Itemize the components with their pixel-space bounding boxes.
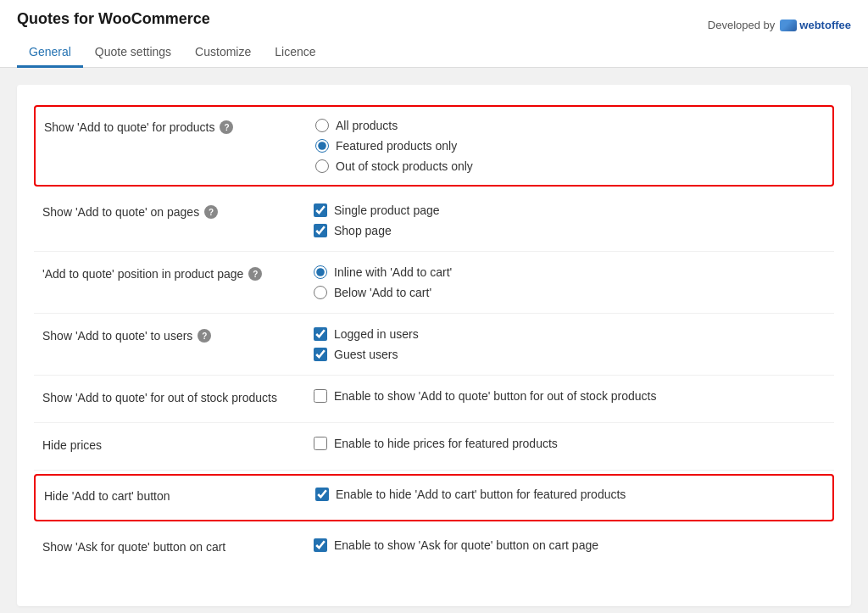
row-label-show-add-to-quote-users: Show 'Add to quote' to users? [42, 327, 314, 343]
help-icon-show-add-to-quote-pages[interactable]: ? [204, 205, 218, 219]
enable-out-of-stock-item[interactable]: Enable to show 'Add to quote' button for… [314, 389, 826, 403]
row-label-show-add-to-quote-out-of-stock: Show 'Add to quote' for out of stock pro… [42, 389, 314, 404]
all-products-label: All products [336, 119, 398, 132]
guest-users-label: Guest users [334, 348, 398, 361]
label-text-show-add-to-quote-products: Show 'Add to quote' for products [44, 120, 214, 134]
enable-ask-for-quote-cart-input[interactable] [314, 538, 327, 552]
featured-products-label: Featured products only [336, 139, 457, 153]
inline-with-add-to-cart-input[interactable] [314, 265, 327, 279]
row-controls-show-add-to-quote-pages: Single product pageShop page [314, 203, 826, 237]
tab-nav: GeneralQuote settingsCustomizeLicence [17, 38, 328, 67]
row-controls-show-add-to-quote-users: Logged in usersGuest users [314, 327, 826, 361]
header: Quotes for WooCommerce GeneralQuote sett… [0, 0, 868, 68]
row-label-hide-prices: Hide prices [42, 437, 314, 452]
row-label-hide-add-to-cart-button: Hide 'Add to cart' button [44, 488, 315, 503]
below-add-to-cart-label: Below 'Add to cart' [334, 286, 431, 299]
row-controls-show-ask-for-quote-cart: Enable to show 'Ask for quote' button on… [314, 538, 826, 552]
enable-hide-prices-item[interactable]: Enable to hide prices for featured produ… [314, 437, 826, 450]
settings-row-show-add-to-quote-out-of-stock: Show 'Add to quote' for out of stock pro… [34, 376, 834, 423]
app-title: Quotes for WooCommerce [17, 10, 328, 28]
checkbox-group-show-add-to-quote-users: Logged in usersGuest users [314, 327, 826, 361]
featured-products-item[interactable]: Featured products only [315, 139, 824, 153]
radio-group-add-to-quote-position: Inline with 'Add to cart'Below 'Add to c… [314, 265, 826, 299]
row-controls-show-add-to-quote-products: All productsFeatured products onlyOut of… [315, 119, 824, 173]
label-text-hide-prices: Hide prices [42, 438, 102, 452]
all-products-item[interactable]: All products [315, 119, 824, 132]
enable-hide-add-to-cart-label: Enable to hide 'Add to cart' button for … [336, 488, 626, 501]
settings-row-hide-add-to-cart-button: Hide 'Add to cart' buttonEnable to hide … [34, 474, 834, 521]
checkbox-group-show-add-to-quote-pages: Single product pageShop page [314, 203, 826, 237]
below-add-to-cart-input[interactable] [314, 286, 327, 299]
tab-licence[interactable]: Licence [263, 38, 327, 68]
developed-by-text: Developed by [708, 19, 776, 31]
checkbox-group-show-add-to-quote-out-of-stock: Enable to show 'Add to quote' button for… [314, 389, 826, 403]
enable-out-of-stock-label: Enable to show 'Add to quote' button for… [334, 389, 656, 403]
logged-in-users-item[interactable]: Logged in users [314, 327, 826, 341]
enable-ask-for-quote-cart-label: Enable to show 'Ask for quote' button on… [334, 538, 598, 552]
out-of-stock-products-label: Out of stock products only [336, 159, 473, 173]
enable-hide-add-to-cart-input[interactable] [315, 488, 329, 501]
settings-row-add-to-quote-position: 'Add to quote' position in product page?… [34, 252, 834, 314]
row-controls-show-add-to-quote-out-of-stock: Enable to show 'Add to quote' button for… [314, 389, 826, 403]
help-icon-show-add-to-quote-products[interactable]: ? [220, 120, 233, 134]
radio-group-show-add-to-quote-products: All productsFeatured products onlyOut of… [315, 119, 824, 173]
shop-page-label: Shop page [334, 224, 392, 237]
settings-content: Show 'Add to quote' for products?All pro… [17, 85, 851, 606]
single-product-page-label: Single product page [334, 203, 440, 217]
settings-row-show-add-to-quote-users: Show 'Add to quote' to users?Logged in u… [34, 314, 834, 376]
logo-text: webtoffee [799, 19, 851, 31]
checkbox-group-show-ask-for-quote-cart: Enable to show 'Ask for quote' button on… [314, 538, 826, 552]
logged-in-users-input[interactable] [314, 327, 327, 341]
row-label-add-to-quote-position: 'Add to quote' position in product page? [42, 265, 314, 281]
label-text-show-add-to-quote-pages: Show 'Add to quote' on pages [42, 205, 199, 219]
all-products-input[interactable] [315, 119, 329, 132]
tab-general[interactable]: General [17, 38, 83, 68]
inline-with-add-to-cart-label: Inline with 'Add to cart' [334, 265, 452, 279]
checkbox-group-hide-add-to-cart-button: Enable to hide 'Add to cart' button for … [315, 488, 824, 501]
row-label-show-add-to-quote-pages: Show 'Add to quote' on pages? [42, 203, 314, 219]
settings-row-hide-prices: Hide pricesEnable to hide prices for fea… [34, 423, 834, 471]
enable-out-of-stock-input[interactable] [314, 389, 327, 403]
shop-page-input[interactable] [314, 224, 327, 237]
webtoffee-logo: webtoffee [780, 19, 851, 31]
logged-in-users-label: Logged in users [334, 327, 419, 341]
header-left: Quotes for WooCommerce GeneralQuote sett… [17, 10, 328, 67]
below-add-to-cart-item[interactable]: Below 'Add to cart' [314, 286, 826, 299]
inline-with-add-to-cart-item[interactable]: Inline with 'Add to cart' [314, 265, 826, 279]
row-label-show-add-to-quote-products: Show 'Add to quote' for products? [44, 119, 315, 134]
guest-users-item[interactable]: Guest users [314, 348, 826, 361]
enable-ask-for-quote-cart-item[interactable]: Enable to show 'Ask for quote' button on… [314, 538, 826, 552]
label-text-add-to-quote-position: 'Add to quote' position in product page [42, 267, 243, 281]
settings-row-show-add-to-quote-pages: Show 'Add to quote' on pages?Single prod… [34, 190, 834, 252]
row-label-show-ask-for-quote-cart: Show 'Ask for quote' button on cart [42, 538, 314, 554]
enable-hide-prices-input[interactable] [314, 437, 327, 450]
logo-icon [780, 20, 797, 31]
row-controls-hide-prices: Enable to hide prices for featured produ… [314, 437, 826, 450]
label-text-hide-add-to-cart-button: Hide 'Add to cart' button [44, 489, 170, 503]
page-wrapper: Quotes for WooCommerce GeneralQuote sett… [0, 0, 868, 613]
shop-page-item[interactable]: Shop page [314, 224, 826, 237]
help-icon-add-to-quote-position[interactable]: ? [248, 267, 262, 281]
header-right: Developed by webtoffee [708, 10, 851, 31]
out-of-stock-products-item[interactable]: Out of stock products only [315, 159, 824, 173]
featured-products-input[interactable] [315, 139, 329, 153]
guest-users-input[interactable] [314, 348, 327, 361]
row-controls-hide-add-to-cart-button: Enable to hide 'Add to cart' button for … [315, 488, 824, 501]
single-product-page-input[interactable] [314, 203, 327, 217]
settings-row-show-add-to-quote-products: Show 'Add to quote' for products?All pro… [34, 105, 834, 187]
settings-row-show-ask-for-quote-cart: Show 'Ask for quote' button on cartEnabl… [34, 525, 834, 572]
tab-quote-settings[interactable]: Quote settings [83, 38, 183, 68]
tab-customize[interactable]: Customize [183, 38, 263, 68]
label-text-show-add-to-quote-out-of-stock: Show 'Add to quote' for out of stock pro… [42, 391, 277, 404]
row-controls-add-to-quote-position: Inline with 'Add to cart'Below 'Add to c… [314, 265, 826, 299]
enable-hide-add-to-cart-item[interactable]: Enable to hide 'Add to cart' button for … [315, 488, 824, 501]
label-text-show-ask-for-quote-cart: Show 'Ask for quote' button on cart [42, 540, 225, 554]
help-icon-show-add-to-quote-users[interactable]: ? [198, 329, 211, 343]
enable-hide-prices-label: Enable to hide prices for featured produ… [334, 437, 558, 450]
checkbox-group-hide-prices: Enable to hide prices for featured produ… [314, 437, 826, 450]
out-of-stock-products-input[interactable] [315, 159, 329, 173]
single-product-page-item[interactable]: Single product page [314, 203, 826, 217]
label-text-show-add-to-quote-users: Show 'Add to quote' to users [42, 329, 192, 343]
